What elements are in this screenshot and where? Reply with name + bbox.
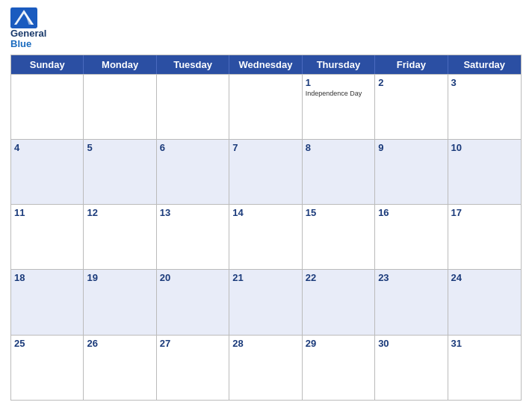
day-cell-2-week-4: 27 <box>157 336 229 400</box>
day-cell-5-week-2: 16 <box>375 205 448 269</box>
day-number-28: 28 <box>232 338 298 350</box>
day-cell-1-week-1: 5 <box>84 140 156 204</box>
week-row-4: 18192021222324 <box>11 269 521 334</box>
day-cell-5-week-3: 23 <box>375 270 448 334</box>
day-cell-5-week-0: 2 <box>375 75 448 139</box>
day-number-6: 6 <box>160 142 226 154</box>
day-cell-6-week-2: 17 <box>448 205 521 269</box>
day-headers-row: Sunday Monday Tuesday Wednesday Thursday… <box>11 55 521 74</box>
calendar-container: General Blue Sunday Monday Tuesday Wedne… <box>0 0 532 411</box>
day-number-7: 7 <box>232 142 298 154</box>
day-cell-1-week-0 <box>84 75 156 139</box>
logo-icon <box>10 7 37 28</box>
day-event-1: Independence Day <box>306 90 371 98</box>
weeks-container: 1Independence Day23456789101112131415161… <box>11 74 521 400</box>
day-number-27: 27 <box>160 338 226 350</box>
day-cell-3-week-4: 28 <box>229 336 302 400</box>
day-number-4: 4 <box>14 142 80 154</box>
day-number-11: 11 <box>14 207 80 219</box>
day-number-24: 24 <box>451 272 518 284</box>
logo-text-general: General <box>10 28 46 39</box>
day-number-20: 20 <box>160 272 226 284</box>
header-wednesday: Wednesday <box>229 55 302 74</box>
day-cell-6-week-4: 31 <box>448 336 521 400</box>
day-cell-5-week-4: 30 <box>375 336 448 400</box>
day-number-14: 14 <box>232 207 298 219</box>
day-cell-4-week-3: 22 <box>303 270 375 334</box>
day-number-31: 31 <box>451 338 518 350</box>
day-cell-4-week-0: 1Independence Day <box>303 75 375 139</box>
header-thursday: Thursday <box>303 55 375 74</box>
day-cell-1-week-2: 12 <box>84 205 156 269</box>
day-number-13: 13 <box>160 207 226 219</box>
day-cell-0-week-1: 4 <box>11 140 84 204</box>
day-number-18: 18 <box>14 272 80 284</box>
day-number-25: 25 <box>14 338 80 350</box>
day-number-5: 5 <box>87 142 152 154</box>
day-number-17: 17 <box>451 207 518 219</box>
day-number-9: 9 <box>378 142 444 154</box>
day-cell-5-week-1: 9 <box>375 140 448 204</box>
day-cell-3-week-1: 7 <box>229 140 302 204</box>
day-cell-1-week-4: 26 <box>84 336 156 400</box>
day-number-26: 26 <box>87 338 152 350</box>
day-number-1: 1 <box>306 77 371 89</box>
day-cell-3-week-0 <box>229 75 302 139</box>
day-number-30: 30 <box>378 338 444 350</box>
header-sunday: Sunday <box>11 55 84 74</box>
week-row-3: 11121314151617 <box>11 204 521 269</box>
day-number-10: 10 <box>451 142 518 154</box>
day-cell-1-week-3: 19 <box>84 270 156 334</box>
logo-text-blue: Blue <box>10 39 46 49</box>
day-number-12: 12 <box>87 207 152 219</box>
day-cell-4-week-4: 29 <box>303 336 375 400</box>
day-number-15: 15 <box>306 207 371 219</box>
day-cell-0-week-0 <box>11 75 84 139</box>
week-row-2: 45678910 <box>11 139 521 204</box>
day-number-16: 16 <box>378 207 444 219</box>
logo-area: General Blue <box>10 7 46 50</box>
day-number-2: 2 <box>378 77 444 89</box>
day-cell-6-week-0: 3 <box>448 75 521 139</box>
day-cell-2-week-0 <box>157 75 229 139</box>
day-number-22: 22 <box>306 272 371 284</box>
day-cell-3-week-3: 21 <box>229 270 302 334</box>
day-cell-4-week-2: 15 <box>303 205 375 269</box>
day-cell-2-week-2: 13 <box>157 205 229 269</box>
day-number-8: 8 <box>306 142 371 154</box>
day-number-29: 29 <box>306 338 371 350</box>
day-cell-3-week-2: 14 <box>229 205 302 269</box>
day-cell-4-week-1: 8 <box>303 140 375 204</box>
day-cell-0-week-4: 25 <box>11 336 84 400</box>
week-row-1: 1Independence Day23 <box>11 74 521 139</box>
header-tuesday: Tuesday <box>157 55 229 74</box>
day-number-23: 23 <box>378 272 444 284</box>
calendar-grid: Sunday Monday Tuesday Wednesday Thursday… <box>10 55 522 401</box>
day-cell-2-week-3: 20 <box>157 270 229 334</box>
day-cell-0-week-3: 18 <box>11 270 84 334</box>
calendar-header: General Blue <box>10 7 522 50</box>
header-monday: Monday <box>84 55 156 74</box>
day-number-21: 21 <box>232 272 298 284</box>
day-number-3: 3 <box>451 77 518 89</box>
day-number-19: 19 <box>87 272 152 284</box>
day-cell-6-week-3: 24 <box>448 270 521 334</box>
day-cell-0-week-2: 11 <box>11 205 84 269</box>
header-friday: Friday <box>375 55 448 74</box>
header-saturday: Saturday <box>448 55 521 74</box>
day-cell-2-week-1: 6 <box>157 140 229 204</box>
week-row-5: 25262728293031 <box>11 335 521 400</box>
day-cell-6-week-1: 10 <box>448 140 521 204</box>
